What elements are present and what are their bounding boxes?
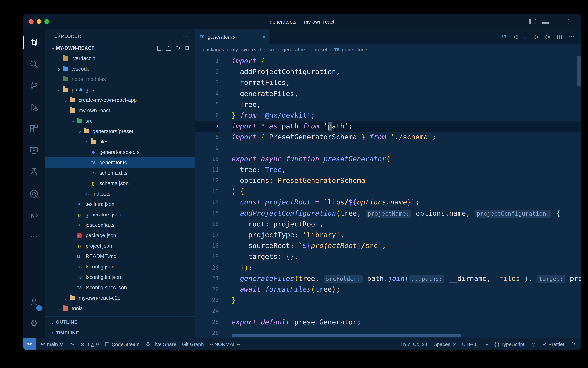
outline-section[interactable]: › OUTLINE — [45, 316, 195, 327]
status-bar: >< main↻⊗0△0CodeStreamLive ShareGit Grap… — [23, 338, 581, 350]
screencast-icon[interactable]: ◎ — [545, 33, 550, 40]
tab-generator-ts[interactable]: TS generator.ts × — [195, 29, 271, 44]
tree-item-index.ts[interactable]: TSindex.ts — [45, 189, 195, 199]
status-vim-mode[interactable]: -- NORMAL -- — [210, 341, 240, 347]
tree-item-tsconfig.lib.json[interactable]: TStsconfig.lib.json — [45, 272, 195, 282]
zoom-window-button[interactable] — [44, 19, 49, 24]
tree-item-tsconfig.spec.json[interactable]: TStsconfig.spec.json — [45, 282, 195, 293]
tree-item-generator.ts[interactable]: TSgenerator.ts — [45, 157, 195, 168]
tree-item-my-own-react-e2e[interactable]: ›my-own-react-e2e — [45, 293, 195, 303]
codestream-icon[interactable] — [23, 183, 45, 204]
status-gitlens[interactable] — [69, 341, 75, 347]
more-actions-icon[interactable]: ⋯ — [569, 33, 575, 40]
tab-bar: TS generator.ts × ↺◁○▷◎◫⋯ — [195, 29, 581, 44]
tree-item-generators/preset[interactable]: ›generators/preset — [45, 126, 195, 137]
tree-item-tsconfig.json[interactable]: TStsconfig.json — [45, 262, 195, 272]
layout-controls — [529, 19, 575, 24]
tree-item-README.md[interactable]: M↓README.md — [45, 251, 195, 262]
source-control-icon[interactable] — [23, 75, 45, 96]
tree-item-src[interactable]: ›src — [45, 116, 195, 126]
new-file-icon[interactable] — [157, 46, 161, 51]
new-folder-icon[interactable] — [166, 47, 171, 51]
customize-layout-icon[interactable] — [568, 19, 575, 24]
collapse-folders-icon[interactable]: ⊟ — [185, 46, 189, 51]
tree-item-my-own-react[interactable]: ›my-own-react — [45, 105, 195, 116]
remote-explorer-icon[interactable] — [23, 140, 45, 161]
breadcrumb-file[interactable]: generator.ts — [342, 46, 368, 52]
more-views-icon[interactable] — [23, 226, 45, 248]
status-live-share[interactable]: Live Share — [145, 341, 176, 347]
gutter-indicator-icon[interactable]: ○ — [524, 33, 527, 40]
tree-item-package.json[interactable]: npackage.json — [45, 230, 195, 241]
toggle-panel-icon[interactable] — [542, 19, 549, 24]
tree-item-project.json[interactable]: {}project.json — [45, 241, 195, 251]
inlay-hint: srcFolder: — [324, 275, 363, 283]
tree-item-schema.json[interactable]: {}schema.json — [45, 178, 195, 189]
tree-item-packages[interactable]: ›packages — [45, 84, 195, 95]
extensions-icon[interactable] — [23, 118, 45, 140]
status-cursor-position[interactable]: Ln 7, Col 24 — [400, 341, 427, 347]
settings-gear-icon[interactable]: ⚙ — [23, 313, 45, 334]
tree-item-files[interactable]: ›files — [45, 137, 195, 147]
breadcrumb-symbol[interactable]: … — [376, 46, 380, 52]
code-line-2: addProjectConfiguration, — [232, 66, 581, 77]
timeline-history-icon[interactable]: ↺ — [502, 33, 507, 40]
timeline-section[interactable]: › TIMELINE — [45, 327, 195, 338]
breadcrumb-item[interactable]: src — [269, 46, 275, 52]
breadcrumb-item[interactable]: generators — [282, 46, 306, 52]
previous-change-icon[interactable]: ◁ — [513, 33, 518, 40]
tree-item-.vscode[interactable]: ›.vscode — [45, 64, 195, 74]
status-indentation[interactable]: Spaces: 2 — [434, 341, 456, 347]
close-window-button[interactable] — [29, 19, 34, 24]
tree-item-tools[interactable]: ›tools — [45, 303, 195, 314]
breadcrumb-item[interactable]: packages — [203, 46, 224, 52]
search-icon[interactable] — [23, 53, 45, 75]
status-codestream[interactable]: CodeStream — [105, 341, 140, 347]
status-language[interactable]: { }TypeScript — [494, 341, 524, 347]
code-token: ; — [311, 111, 315, 119]
status-git-graph[interactable]: Git Graph — [182, 341, 204, 347]
accounts-badge: 1 — [36, 305, 42, 311]
code-token: './schema' — [386, 133, 432, 141]
tree-item-.eslintrc.json[interactable]: ●.eslintrc.json — [45, 199, 195, 210]
run-debug-icon[interactable] — [23, 96, 45, 118]
status-git-branch[interactable]: main↻ — [40, 341, 64, 347]
tree-item-.verdaccio[interactable]: ›.verdaccio — [45, 53, 195, 64]
code-editor[interactable]: 1234567891011121314151617181920212223242… — [195, 55, 581, 338]
status-encoding[interactable]: UTF-8 — [462, 341, 476, 347]
tree-item-generator.spec.ts[interactable]: ◆generator.spec.ts — [45, 147, 195, 157]
testing-icon[interactable] — [23, 161, 45, 183]
tree-item-generators.json[interactable]: {}generators.json — [45, 210, 195, 220]
explorer-icon[interactable] — [23, 32, 45, 53]
tree-item-schema.d.ts[interactable]: TSschema.d.ts — [45, 168, 195, 178]
code-line-25: export default presetGenerator; — [232, 316, 581, 327]
tree-item-jest.config.ts[interactable]: ●jest.config.ts — [45, 220, 195, 230]
status-eol[interactable]: LF — [483, 341, 488, 347]
toggle-sidebar-icon[interactable] — [529, 19, 536, 24]
toggle-secondary-sidebar-icon[interactable] — [555, 19, 562, 24]
nx-console-icon[interactable]: N — [23, 204, 45, 226]
tree-item-create-my-own-react-app[interactable]: ›create-my-own-react-app — [45, 95, 195, 105]
split-editor-icon[interactable]: ◫ — [557, 33, 562, 40]
remote-indicator[interactable]: >< — [23, 338, 36, 350]
breadcrumb-item[interactable]: my-own-react — [231, 46, 262, 52]
next-change-icon[interactable]: ▷ — [534, 33, 538, 40]
status-feedback[interactable]: ☺ — [531, 341, 536, 347]
status-problems[interactable]: ⊗0△0 — [80, 341, 99, 347]
status-prettier[interactable]: ✓Prettier — [543, 341, 564, 347]
tree-item-node_modules[interactable]: ›node_modules — [45, 74, 195, 84]
line-number: 4 — [195, 88, 219, 99]
horizontal-scrollbar[interactable] — [232, 334, 461, 337]
breadcrumb-item[interactable]: preset — [314, 46, 327, 52]
tree-item-label: .vscode — [72, 66, 90, 72]
views-more-actions-icon[interactable]: ⋯ — [183, 34, 188, 38]
refresh-explorer-icon[interactable]: ↻ — [176, 46, 180, 51]
status-notifications[interactable] — [571, 341, 576, 347]
vertical-scrollbar[interactable] — [577, 56, 581, 86]
project-root-row[interactable]: › MY-OWN-REACT ↻ ⊟ — [45, 43, 195, 53]
sidebar-sections: › OUTLINE › TIMELINE — [45, 316, 195, 338]
minimize-window-button[interactable] — [37, 19, 41, 24]
line-number: 11 — [195, 164, 219, 175]
accounts-icon[interactable]: 1 — [23, 291, 45, 313]
close-tab-icon[interactable]: × — [263, 33, 266, 40]
